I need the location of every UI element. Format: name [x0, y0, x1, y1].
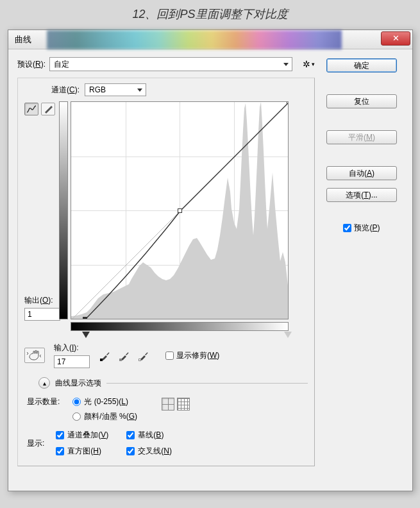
curve-control-point[interactable]	[83, 317, 87, 319]
gray-eyedropper-icon[interactable]	[118, 348, 132, 362]
auto-button[interactable]: 自动(A)	[326, 166, 397, 180]
curve-canvas[interactable]	[71, 101, 289, 319]
channel-label: 通道(C):	[51, 85, 80, 96]
check-channel-overlay[interactable]: 通道叠加(V)	[56, 430, 108, 441]
preview-label: 预览(P)	[354, 223, 380, 233]
smooth-button[interactable]: 平滑(M)	[326, 130, 397, 144]
show-label: 显示:	[27, 438, 44, 449]
preset-menu-button[interactable]: ✲ ▾	[303, 59, 315, 69]
white-point-slider[interactable]	[284, 332, 292, 338]
black-point-slider[interactable]	[82, 332, 90, 338]
grid-fine-icon[interactable]	[177, 398, 190, 411]
ok-button[interactable]: 确定	[326, 58, 397, 72]
channel-value: RGB	[89, 85, 106, 94]
curve-tool-icon[interactable]	[24, 103, 38, 115]
radio-light[interactable]: 光 (0-255)(L)	[72, 396, 137, 407]
check-intersection[interactable]: 交叉线(N)	[126, 446, 172, 457]
output-label: 输出(O):	[24, 295, 60, 306]
display-amount-label: 显示数量:	[27, 396, 60, 407]
reset-button[interactable]: 复位	[326, 94, 397, 108]
output-input[interactable]	[24, 308, 60, 321]
black-eyedropper-icon[interactable]	[99, 348, 113, 362]
check-baseline[interactable]: 基线(B)	[126, 430, 172, 441]
preset-row: 预设(R): 自定 ✲ ▾	[17, 57, 315, 71]
show-clipping-label: 显示修剪(W)	[176, 350, 219, 361]
expand-toggle-icon[interactable]: ▴	[38, 377, 50, 389]
vertical-gradient	[59, 101, 68, 319]
curve-display-options-label: 曲线显示选项	[55, 378, 101, 389]
curve-control-point[interactable]	[287, 101, 289, 104]
curve-panel: 通道(C): RGB	[17, 78, 315, 466]
preview-checkbox[interactable]	[343, 224, 351, 232]
white-eyedropper-icon[interactable]	[137, 348, 151, 362]
show-clipping-checkbox[interactable]	[165, 351, 174, 360]
titlebar-color-strip	[47, 30, 342, 49]
gear-icon: ✲	[303, 59, 310, 69]
preset-label: 预设(R):	[17, 59, 46, 70]
chevron-down-icon: ▾	[312, 61, 315, 67]
titlebar: 曲线 ✕	[8, 30, 412, 49]
options-button[interactable]: 选项(T)...	[326, 188, 397, 202]
grid-coarse-icon[interactable]	[162, 398, 174, 411]
dialog-title: 曲线	[15, 34, 31, 46]
close-button[interactable]: ✕	[381, 31, 410, 46]
targeted-adjust-icon[interactable]	[24, 348, 45, 363]
radio-ink[interactable]: 颜料/油墨 %(G)	[72, 411, 137, 422]
horizontal-gradient	[71, 322, 289, 331]
check-histogram[interactable]: 直方图(H)	[56, 446, 108, 457]
input-label: 输入(I):	[54, 343, 90, 353]
preset-combo[interactable]: 自定	[49, 57, 292, 71]
curve-control-point[interactable]	[178, 208, 182, 213]
input-input[interactable]	[54, 355, 90, 368]
channel-combo[interactable]: RGB	[85, 83, 146, 96]
page-heading: 12、回到PS里面调整下对比度	[0, 0, 420, 30]
curves-dialog: 曲线 ✕ 预设(R): 自定 ✲ ▾ 通道(C):	[8, 30, 413, 491]
preset-value: 自定	[54, 59, 69, 70]
pencil-tool-icon[interactable]	[41, 103, 55, 115]
